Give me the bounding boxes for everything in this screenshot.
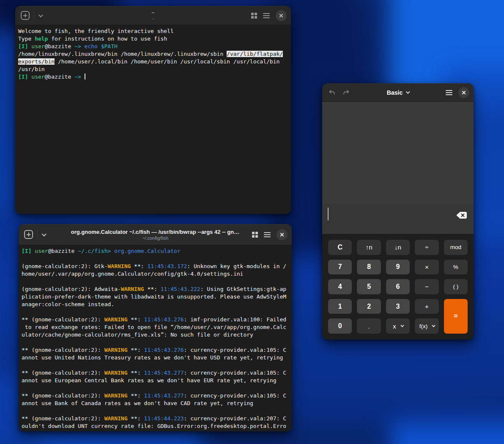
terminal-text-segment: ~> xyxy=(74,43,81,49)
close-button[interactable] xyxy=(277,229,288,240)
text-cursor xyxy=(85,74,85,79)
button-percent[interactable]: % xyxy=(444,260,468,275)
terminal-top-headerbar[interactable]: ~ ~ xyxy=(15,6,291,25)
key-label: × xyxy=(425,263,429,271)
terminal-text-segment: @bazzite xyxy=(45,43,71,49)
terminal-line: annot use European Central Bank rates as… xyxy=(22,377,289,384)
key-label: + xyxy=(425,303,429,310)
button-equals[interactable]: = xyxy=(444,299,468,334)
terminal-text-segment: @bazzite xyxy=(45,74,71,80)
terminal-text-segment: Welcome to fish, the friendly interactiv… xyxy=(18,28,174,34)
button-7[interactable]: 7 xyxy=(328,260,352,275)
tab-overview-icon[interactable] xyxy=(251,13,257,19)
button-variable-x[interactable]: x xyxy=(386,318,410,334)
terminal-window-bottom: org.gnome.Calculator ~/.c/fish — /usr/bi… xyxy=(19,224,292,431)
button-multiply[interactable]: × xyxy=(415,260,438,275)
new-tab-button[interactable] xyxy=(21,11,30,20)
terminal-text-segment: ouldn't download UNT currency rate file:… xyxy=(22,423,286,429)
terminal-text-segment: anager:color-scheme instead. xyxy=(22,301,114,307)
undo-icon[interactable] xyxy=(328,89,336,96)
menu-icon[interactable] xyxy=(263,13,270,18)
terminal-line: ** (gnome-calculator:2): WARNING **: 11:… xyxy=(22,369,289,377)
terminal-text-segment: ** (gnome-calculator:2): xyxy=(22,347,104,353)
close-button[interactable] xyxy=(276,10,287,21)
button-clear[interactable]: C xyxy=(328,240,352,255)
terminal-text-segment: [I] xyxy=(18,74,28,80)
terminal-line: to read exchange rates: Failed to open f… xyxy=(22,323,289,331)
terminal-text-segment: annot use European Central Bank rates as… xyxy=(22,377,277,384)
mode-selector[interactable]: Basic xyxy=(387,89,409,96)
button-3[interactable]: 3 xyxy=(386,299,410,314)
close-button[interactable] xyxy=(458,87,469,98)
button-decimal[interactable]: . xyxy=(357,318,381,334)
tab-overview-icon[interactable] xyxy=(252,232,258,238)
button-divide[interactable]: ÷ xyxy=(415,240,438,255)
terminal-text-segment: /var/lib/flatpak/ xyxy=(227,51,283,57)
terminal-text-segment: ** (gnome-calculator:2): xyxy=(22,392,104,399)
terminal-text-segment: org.gnome.Calculator xyxy=(114,248,181,254)
terminal-text-segment: user xyxy=(31,74,44,80)
window-subtitle: ~/.config/fish xyxy=(71,236,239,241)
terminal-line: plication-prefer-dark-theme with libadwa… xyxy=(22,293,289,301)
button-6[interactable]: 6 xyxy=(386,279,410,294)
button-subtract[interactable]: − xyxy=(415,279,438,294)
button-9[interactable]: 9 xyxy=(386,260,410,275)
terminal-line: ** (gnome-calculator:2): WARNING **: 11:… xyxy=(22,346,289,354)
terminal-text-segment: ~> xyxy=(74,74,81,80)
chevron-down-icon[interactable] xyxy=(42,231,47,236)
button-5[interactable]: 5 xyxy=(357,279,381,294)
header-separator xyxy=(37,230,38,239)
terminal-line: Type help for instructions on how to use… xyxy=(18,35,288,43)
button-4[interactable]: 4 xyxy=(328,279,352,294)
key-label: 7 xyxy=(338,263,342,271)
button-parentheses[interactable]: ( ) xyxy=(444,279,468,294)
terminal-line: /usr/bin xyxy=(18,66,288,73)
terminal-text-segment: **: xyxy=(127,370,144,376)
key-label: f(x) xyxy=(419,323,428,329)
terminal-text-segment: 11:45:43.277 xyxy=(144,370,184,376)
new-tab-button[interactable] xyxy=(24,230,33,239)
key-label: x xyxy=(393,323,396,330)
terminal-text-segment: home/user/.var/app/org.gnome.Calculator/… xyxy=(22,271,243,277)
terminal-line xyxy=(22,339,289,346)
button-add[interactable]: + xyxy=(415,299,438,314)
terminal-window-top: ~ ~ Welcome to fish, the friendly intera… xyxy=(15,6,291,214)
calculator-headerbar[interactable]: Basic xyxy=(322,83,474,102)
terminal-line: ouldn't download UNT currency rate file:… xyxy=(22,422,289,430)
button-superscript[interactable]: ↑n xyxy=(357,240,381,255)
terminal-line: annot use Bank of Canada rates as we don… xyxy=(22,400,289,407)
window-title: org.gnome.Calculator ~/.c/fish — /usr/bi… xyxy=(71,229,239,235)
terminal-text-segment: : currency-provider.vala:207: C xyxy=(184,415,287,422)
button-8[interactable]: 8 xyxy=(357,260,381,275)
header-separator xyxy=(34,11,34,20)
terminal-top-screen[interactable]: Welcome to fish, the friendly interactiv… xyxy=(15,25,291,81)
key-label: 6 xyxy=(396,283,400,291)
terminal-text-segment: : Unknown key gtk-modules in / xyxy=(187,263,286,269)
calculator-entry[interactable] xyxy=(322,203,474,234)
calculator-window: Basic C↑n↓n÷mod789×%456−( )123+=0.xf(x) xyxy=(322,83,474,340)
button-subscript[interactable]: ↓n xyxy=(386,240,410,255)
terminal-text-segment: [I] xyxy=(18,43,28,49)
backspace-icon[interactable] xyxy=(456,211,467,219)
terminal-text-segment: annot use United Nations Treasury rates … xyxy=(22,354,283,361)
menu-icon[interactable] xyxy=(446,90,452,95)
terminal-line: [I] user@bazzite ~/.c/fish> org.gnome.Ca… xyxy=(22,247,289,255)
key-label: 3 xyxy=(396,303,400,310)
terminal-text-segment xyxy=(98,43,101,49)
button-0[interactable]: 0 xyxy=(328,318,352,334)
terminal-line: Welcome to fish, the friendly interactiv… xyxy=(18,27,288,35)
button-1[interactable]: 1 xyxy=(328,299,352,314)
key-label: mod xyxy=(450,244,461,250)
terminal-text-segment: : Using GtkSettings:gtk-ap xyxy=(200,286,287,292)
button-function-fx[interactable]: f(x) xyxy=(415,318,438,334)
terminal-text-segment: /usr/bin xyxy=(18,66,45,72)
terminal-bottom-screen[interactable]: [I] user@bazzite ~/.c/fish> org.gnome.Ca… xyxy=(19,245,292,431)
button-2[interactable]: 2 xyxy=(357,299,381,314)
terminal-bottom-headerbar[interactable]: org.gnome.Calculator ~/.c/fish — /usr/bi… xyxy=(19,224,292,245)
chevron-down-icon[interactable] xyxy=(38,12,43,17)
button-mod[interactable]: mod xyxy=(444,240,468,255)
menu-icon[interactable] xyxy=(264,232,271,237)
redo-icon[interactable] xyxy=(342,89,350,96)
terminal-text-segment: ulator/cache/gnome-calculator/rms_five.x… xyxy=(22,332,253,338)
key-label: 1 xyxy=(338,303,342,310)
